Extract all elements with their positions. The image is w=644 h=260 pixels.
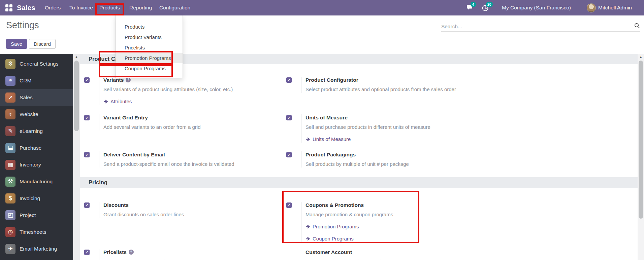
- setting-title: Discounts: [103, 202, 184, 209]
- sidebar-item-general-settings[interactable]: ⚙ General Settings: [0, 55, 73, 72]
- scroll-up-icon[interactable]: ▲: [638, 54, 644, 60]
- setting-description: Set multiple prices per product, automat…: [103, 258, 232, 260]
- arrow-right-icon: [305, 225, 310, 229]
- setting-title: Units of Measure: [305, 114, 430, 121]
- sidebar-item-elearning[interactable]: ✎ eLearning: [0, 123, 73, 140]
- arrow-right-icon: [103, 100, 108, 104]
- product-packagings-checkbox[interactable]: [286, 152, 292, 157]
- coupons-promotions-checkbox[interactable]: [286, 202, 292, 208]
- nav-item-products[interactable]: Products: [95, 0, 124, 15]
- setting-product-configurator: Product Configurator Select product attr…: [286, 77, 495, 93]
- setting-variant-grid-entry: Variant Grid Entry Add several variants …: [84, 114, 293, 131]
- sales-chart-icon: ↗: [5, 92, 15, 103]
- activities-clock-icon[interactable]: 20: [482, 4, 490, 11]
- user-name[interactable]: Mitchell Admin: [598, 0, 632, 15]
- section-header-pricing: Pricing: [80, 177, 638, 188]
- nav-item-orders[interactable]: Orders: [45, 0, 61, 15]
- content-scrollbar-thumb[interactable]: [639, 61, 643, 219]
- messages-icon[interactable]: 4: [466, 4, 474, 11]
- sidebar-item-crm[interactable]: ⚭ CRM: [0, 72, 73, 89]
- setting-variants: Variants? Sell variants of a product usi…: [84, 77, 293, 105]
- nav-item-to-invoice[interactable]: To Invoice: [69, 0, 93, 15]
- sidebar-item-inventory[interactable]: ▦ Inventory: [0, 156, 73, 173]
- sidebar-item-sales[interactable]: ↗ Sales: [0, 89, 73, 106]
- units-of-measure-checkbox[interactable]: [286, 115, 292, 120]
- help-icon[interactable]: ?: [129, 250, 134, 255]
- search-bar: [441, 22, 640, 32]
- save-button[interactable]: Save: [6, 39, 27, 49]
- setting-description: Sell variants of a product using attribu…: [103, 86, 233, 93]
- page-title: Settings: [6, 20, 39, 31]
- discounts-checkbox[interactable]: [84, 202, 90, 208]
- setting-description: Add several variants to an order from a …: [103, 124, 200, 131]
- stopwatch-icon: ◷: [5, 227, 15, 237]
- setting-description: Grant discounts on sales order lines: [103, 211, 184, 218]
- promotion-programs-link[interactable]: Promotion Programs: [305, 223, 359, 230]
- setting-pricelists: Pricelists? Set multiple prices per prod…: [84, 249, 293, 260]
- setting-description: Let your customers log in to see their d…: [305, 258, 415, 260]
- setting-title: Product Packagings: [305, 151, 409, 158]
- attributes-link[interactable]: Attributes: [103, 98, 132, 105]
- setting-title: Pricelists: [103, 249, 127, 255]
- setting-discounts: Discounts Grant discounts on sales order…: [84, 202, 293, 218]
- globe-icon: ♁: [5, 109, 15, 119]
- variant-grid-entry-checkbox[interactable]: [84, 115, 90, 120]
- setting-title: Customer Account: [305, 249, 415, 256]
- setting-title: Product Configurator: [305, 77, 456, 83]
- product-configurator-checkbox[interactable]: [286, 77, 292, 83]
- main-area: ⚙ General Settings ⚭ CRM ↗ Sales ♁ Websi…: [0, 54, 644, 260]
- wrench-icon: ⚒: [5, 177, 15, 187]
- user-avatar[interactable]: [587, 3, 596, 12]
- top-navbar: Sales Orders To Invoice Products Reporti…: [0, 0, 644, 15]
- search-icon[interactable]: [634, 23, 640, 30]
- menu-item-coupon-programs[interactable]: Coupon Programs: [116, 63, 183, 74]
- coupon-programs-link[interactable]: Coupon Programs: [305, 235, 354, 242]
- scroll-up-icon[interactable]: ▲: [73, 54, 80, 60]
- menu-item-promotion-programs[interactable]: Promotion Programs: [116, 53, 183, 63]
- setting-title: Variant Grid Entry: [103, 114, 200, 121]
- invoice-icon: $: [5, 193, 15, 203]
- sidebar-item-purchase[interactable]: ▤ Purchase: [0, 140, 73, 156]
- nav-item-configuration[interactable]: Configuration: [159, 0, 190, 15]
- sidebar-item-project[interactable]: ◰ Project: [0, 207, 73, 224]
- menu-item-product-variants[interactable]: Product Variants: [116, 32, 183, 42]
- sidebar-item-manufacturing[interactable]: ⚒ Manufacturing: [0, 173, 73, 190]
- apps-grid-icon[interactable]: [5, 4, 12, 11]
- settings-content: Product Catalog Variants? Sell variants …: [80, 54, 638, 260]
- setting-description: Select product attributes and optional p…: [305, 86, 456, 93]
- company-switcher[interactable]: My Company (San Francisco): [502, 0, 571, 15]
- setting-customer-account: Customer Account Let your customers log …: [286, 249, 495, 260]
- settings-sidebar: ⚙ General Settings ⚭ CRM ↗ Sales ♁ Websi…: [0, 54, 73, 260]
- handshake-icon: ⚭: [5, 76, 15, 86]
- setting-description: Send a product-specific email once the i…: [103, 161, 234, 168]
- deliver-content-checkbox[interactable]: [84, 152, 90, 157]
- products-dropdown-menu: Products Product Variants Pricelists Pro…: [116, 15, 183, 78]
- setting-deliver-content-by-email: Deliver Content by Email Send a product-…: [84, 151, 293, 168]
- gear-icon: ⚙: [5, 59, 15, 69]
- search-input[interactable]: [441, 24, 632, 30]
- paper-plane-icon: ✈: [5, 244, 15, 254]
- variants-checkbox[interactable]: [84, 77, 90, 83]
- pricelists-checkbox[interactable]: [84, 250, 90, 255]
- sidebar-item-invoicing[interactable]: $ Invoicing: [0, 190, 73, 207]
- nav-item-reporting[interactable]: Reporting: [129, 0, 152, 15]
- content-scrollbar[interactable]: ▲: [638, 54, 644, 260]
- sidebar-scrollbar-thumb[interactable]: [74, 61, 79, 131]
- arrow-right-icon: [305, 237, 310, 241]
- arrow-right-icon: [305, 137, 310, 141]
- presentation-icon: ✎: [5, 126, 15, 136]
- units-of-measure-link[interactable]: Units of Measure: [305, 136, 351, 143]
- help-icon[interactable]: ?: [126, 77, 131, 82]
- box-icon: ▦: [5, 160, 15, 170]
- sidebar-item-timesheets[interactable]: ◷ Timesheets: [0, 224, 73, 240]
- menu-item-products[interactable]: Products: [116, 22, 183, 32]
- app-name[interactable]: Sales: [17, 0, 35, 15]
- puzzle-icon: ◰: [5, 210, 15, 220]
- control-panel: Settings Save Discard: [0, 15, 644, 54]
- setting-title: Coupons & Promotions: [305, 202, 393, 209]
- sidebar-scrollbar[interactable]: ▲: [73, 54, 80, 260]
- discard-button[interactable]: Discard: [29, 39, 56, 49]
- sidebar-item-website[interactable]: ♁ Website: [0, 106, 73, 123]
- sidebar-item-email-marketing[interactable]: ✈ Email Marketing: [0, 240, 73, 257]
- menu-item-pricelists[interactable]: Pricelists: [116, 42, 183, 53]
